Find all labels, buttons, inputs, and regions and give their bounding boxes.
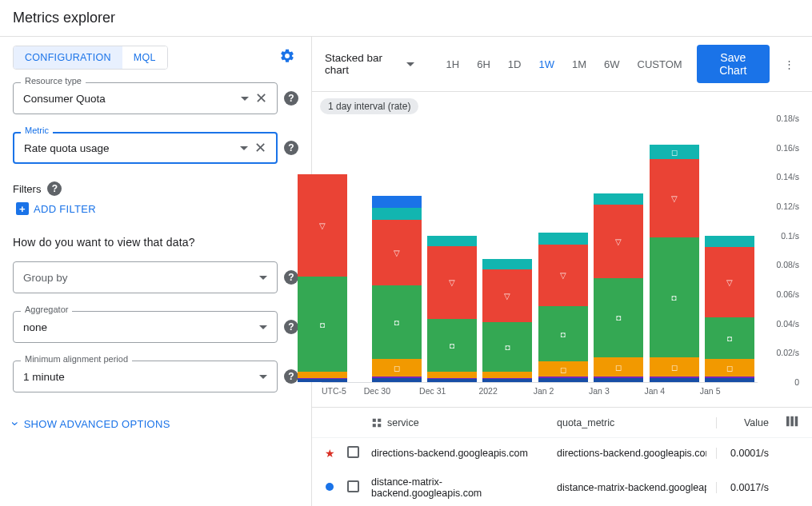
filters-help-icon[interactable]: ? — [47, 181, 62, 196]
bar-mark-icon: ◻ — [671, 362, 678, 371]
aggregator-value: none — [23, 321, 256, 333]
y-tick: 0.04/s — [776, 319, 799, 329]
legend-quota-header[interactable]: quota_metric — [557, 417, 706, 428]
bar-segment: ◘ — [705, 317, 754, 358]
range-tab-1m[interactable]: 1M — [564, 54, 594, 75]
add-filter-button[interactable]: + ADD FILTER — [16, 202, 96, 215]
tab-configuration[interactable]: CONFIGURATION — [14, 46, 122, 69]
bar-segment — [594, 378, 643, 383]
more-menu-icon[interactable]: ⋮ — [776, 54, 802, 75]
legend-value-header[interactable]: Value — [716, 417, 774, 428]
chart-type-select[interactable]: Stacked bar chart — [322, 49, 421, 79]
svg-rect-4 — [786, 416, 790, 426]
bar-mark-icon: ▽ — [615, 237, 622, 246]
bar-segment — [482, 379, 532, 382]
aggregator-select[interactable]: none — [13, 311, 278, 343]
legend-columns-icon[interactable] — [783, 416, 802, 429]
min-align-help-icon[interactable]: ? — [284, 369, 298, 384]
bar-segment: ◘ — [427, 319, 477, 372]
bar-mark-icon: ▽ — [726, 278, 733, 287]
metric-select[interactable]: Rate quota usage ✕ — [13, 132, 278, 164]
bar-segment — [594, 193, 643, 205]
advanced-label: SHOW ADVANCED OPTIONS — [24, 418, 170, 430]
bar-mark-icon: ▽ — [319, 221, 326, 229]
add-filter-label: ADD FILTER — [34, 203, 96, 215]
bar-segment — [427, 378, 477, 380]
bar[interactable]: ◻◘▽ — [705, 236, 754, 382]
bar-segment — [705, 236, 754, 248]
legend-checkbox[interactable] — [347, 446, 359, 458]
configuration-panel: CONFIGURATION MQL Resource type Consumer… — [0, 37, 312, 506]
bar-mark-icon: ◻ — [394, 363, 400, 372]
bar-segment — [427, 236, 477, 246]
bar-segment — [298, 372, 347, 377]
bar-segment: ▽ — [298, 174, 347, 277]
metric-help-icon[interactable]: ? — [284, 141, 298, 155]
y-tick: 0.02/s — [776, 348, 799, 357]
bar[interactable]: ◻◘▽ — [594, 193, 643, 382]
tab-mql[interactable]: MQL — [122, 46, 167, 69]
x-tick: Jan 2 — [516, 386, 571, 396]
bar-segment: ◻ — [705, 359, 754, 377]
clear-metric-icon[interactable]: ✕ — [251, 139, 270, 157]
legend-checkbox[interactable] — [347, 480, 359, 492]
bar-segment: ◻ — [538, 361, 588, 376]
legend-row[interactable]: distance-matrix-backend.googleapis.comdi… — [312, 468, 812, 506]
bar[interactable]: ◻◘▽◻ — [650, 145, 699, 382]
bar-mark-icon: ◻ — [671, 148, 678, 157]
bar[interactable]: ◻◘▽ — [372, 196, 422, 382]
config-tabs: CONFIGURATION MQL — [13, 46, 168, 70]
bar-segment — [650, 378, 699, 383]
bar-mark-icon: ◘ — [727, 334, 732, 343]
range-tab-1h[interactable]: 1H — [438, 54, 468, 75]
bar-segment — [372, 377, 422, 378]
resource-type-help-icon[interactable]: ? — [284, 91, 298, 106]
bar[interactable]: ◻◘▽ — [538, 233, 588, 382]
range-tab-6h[interactable]: 6H — [469, 54, 498, 75]
resource-type-select[interactable]: Consumer Quota ✕ — [13, 82, 278, 114]
x-tick: Dec 30 — [350, 386, 405, 396]
min-align-select[interactable]: 1 minute — [13, 361, 278, 392]
legend-value: 0.0017/s — [716, 482, 774, 493]
legend-value: 0.0001/s — [716, 448, 774, 459]
bar[interactable]: ◘▽ — [298, 118, 347, 382]
show-advanced-options-button[interactable]: › SHOW ADVANCED OPTIONS — [13, 416, 170, 431]
legend-quota-metric: distance-matrix-backend.googleapis.com/b — [557, 482, 706, 493]
range-tab-custom[interactable]: CUSTOM — [630, 54, 690, 75]
bar-segment: ◘ — [538, 306, 588, 362]
legend-service-header[interactable]: service — [387, 417, 419, 428]
bar-mark-icon: ◻ — [560, 365, 566, 373]
aggregator-help-icon[interactable]: ? — [284, 320, 298, 334]
bar[interactable]: ◘▽ — [482, 259, 532, 382]
bar-segment — [372, 378, 422, 383]
bar-mark-icon: ▽ — [504, 291, 510, 300]
group-by-icon — [371, 417, 382, 428]
min-align-value: 1 minute — [23, 371, 256, 383]
bar[interactable]: ◘▽ — [427, 236, 477, 382]
bar-segment: ◘ — [298, 277, 347, 372]
range-tab-1d[interactable]: 1D — [500, 54, 530, 75]
group-by-help-icon[interactable]: ? — [284, 270, 298, 285]
bar-segment — [538, 378, 588, 383]
y-tick: 0.12/s — [776, 201, 799, 211]
range-tab-6w[interactable]: 6W — [596, 54, 628, 75]
time-range-tabs: 1H6H1D1W1M6WCUSTOM — [438, 54, 690, 75]
bar-mark-icon: ◻ — [615, 362, 622, 371]
dropdown-caret-icon — [259, 375, 267, 379]
bar-segment: ◻ — [650, 357, 699, 377]
svg-rect-6 — [795, 416, 798, 426]
settings-gear-icon[interactable] — [276, 45, 298, 70]
bar-mark-icon: ◘ — [561, 329, 566, 338]
resource-type-value: Consumer Quota — [23, 93, 238, 105]
save-chart-button[interactable]: Save Chart — [697, 45, 770, 83]
x-tick: 2022 — [460, 386, 515, 396]
legend-service: directions-backend.googleapis.com — [371, 448, 547, 459]
range-tab-1w[interactable]: 1W — [530, 54, 562, 75]
clear-resource-type-icon[interactable]: ✕ — [252, 90, 270, 107]
dropdown-caret-icon — [241, 97, 249, 101]
bar-segment — [372, 196, 422, 208]
legend-row[interactable]: ★directions-backend.googleapis.comdirect… — [312, 438, 812, 468]
bar-segment: ▽ — [482, 269, 532, 322]
group-by-select[interactable]: Group by — [13, 261, 278, 293]
chart-plot[interactable]: 00.02/s0.04/s0.06/s0.08/s0.1/s0.12/s0.14… — [322, 119, 758, 383]
